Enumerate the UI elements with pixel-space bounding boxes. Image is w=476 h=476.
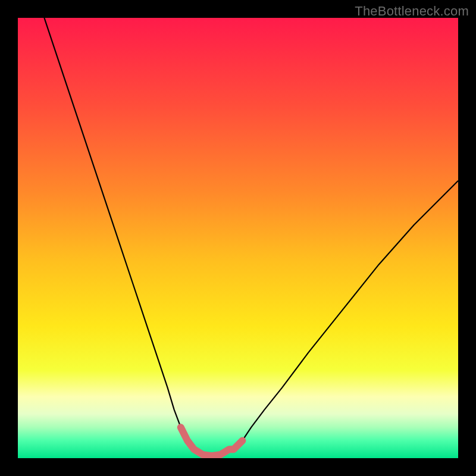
chart-svg [18, 18, 458, 458]
gradient-background [18, 18, 458, 458]
plot-area [18, 18, 458, 458]
watermark-text: TheBottleneck.com [355, 4, 469, 19]
chart-frame: TheBottleneck.com [0, 0, 476, 476]
